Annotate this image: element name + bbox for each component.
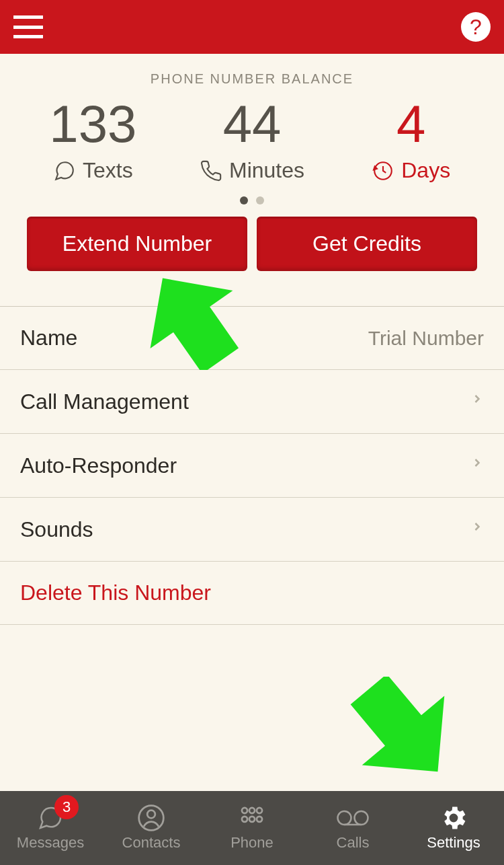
- stat-texts: 133 Texts: [13, 98, 173, 183]
- tab-calls[interactable]: Calls: [302, 791, 403, 865]
- stat-value: 133: [13, 98, 173, 150]
- svg-point-4: [257, 808, 262, 813]
- chevron-right-icon: [470, 453, 484, 478]
- svg-point-5: [242, 817, 247, 822]
- row-sounds[interactable]: Sounds: [0, 498, 504, 562]
- row-delete-number[interactable]: Delete This Number: [0, 562, 504, 625]
- dot-active: [240, 196, 248, 204]
- phone-icon: [200, 159, 222, 182]
- contact-icon: [134, 804, 168, 831]
- chat-icon: [53, 159, 76, 182]
- tab-label: Contacts: [122, 834, 181, 852]
- balance-section: PHONE NUMBER BALANCE 133 Texts 44 Minute…: [0, 54, 504, 306]
- menu-icon[interactable]: [13, 15, 43, 38]
- tab-settings[interactable]: Settings: [403, 791, 504, 865]
- svg-point-2: [242, 808, 247, 813]
- row-name[interactable]: Name Trial Number: [0, 307, 504, 370]
- tab-label: Calls: [337, 834, 370, 852]
- stat-minutes: 44 Minutes: [173, 98, 332, 183]
- annotation-arrow-down: [349, 677, 457, 784]
- chevron-right-icon: [470, 389, 484, 414]
- get-credits-button[interactable]: Get Credits: [257, 217, 477, 271]
- unread-badge: 3: [54, 795, 79, 819]
- row-label: Auto-Responder: [20, 453, 177, 478]
- stat-value: 4: [331, 98, 491, 150]
- tab-label: Messages: [17, 834, 84, 852]
- app-header: ?: [0, 0, 504, 54]
- dialpad-icon: [235, 804, 269, 831]
- dot: [256, 196, 264, 204]
- extend-number-button[interactable]: Extend Number: [27, 217, 247, 271]
- row-label: Call Management: [20, 389, 189, 414]
- help-button[interactable]: ?: [461, 12, 491, 42]
- row-label: Delete This Number: [20, 580, 211, 605]
- row-label: Name: [20, 326, 77, 350]
- svg-point-1: [147, 811, 155, 819]
- gear-icon: [437, 804, 470, 831]
- svg-point-3: [249, 808, 255, 813]
- stat-days: 4 Days: [331, 98, 491, 183]
- stat-label: Texts: [83, 158, 133, 183]
- tab-phone[interactable]: Phone: [202, 791, 302, 865]
- page-dots[interactable]: [0, 190, 504, 217]
- tab-label: Phone: [230, 834, 274, 852]
- row-auto-responder[interactable]: Auto-Responder: [0, 434, 504, 498]
- svg-point-9: [355, 811, 368, 825]
- svg-point-6: [249, 817, 255, 822]
- stat-label: Days: [401, 158, 450, 183]
- settings-list: Name Trial Number Call Management Auto-R…: [0, 307, 504, 625]
- svg-marker-12: [349, 677, 457, 784]
- voicemail-icon: [336, 804, 370, 831]
- row-value: Trial Number: [368, 327, 484, 350]
- balance-title: PHONE NUMBER BALANCE: [0, 71, 504, 87]
- row-call-management[interactable]: Call Management: [0, 370, 504, 434]
- history-icon: [372, 159, 394, 182]
- svg-point-8: [338, 811, 351, 825]
- stat-value: 44: [173, 98, 332, 150]
- tab-bar: Messages 3 Contacts Phone Calls Settings: [0, 791, 504, 865]
- tab-contacts[interactable]: Contacts: [101, 791, 202, 865]
- balance-stats: 133 Texts 44 Minutes 4: [0, 87, 504, 190]
- row-label: Sounds: [20, 517, 93, 542]
- stat-label: Minutes: [229, 158, 304, 183]
- chevron-right-icon: [470, 517, 484, 542]
- tab-messages[interactable]: Messages 3: [0, 791, 101, 865]
- tab-label: Settings: [427, 834, 480, 852]
- svg-point-7: [257, 817, 262, 822]
